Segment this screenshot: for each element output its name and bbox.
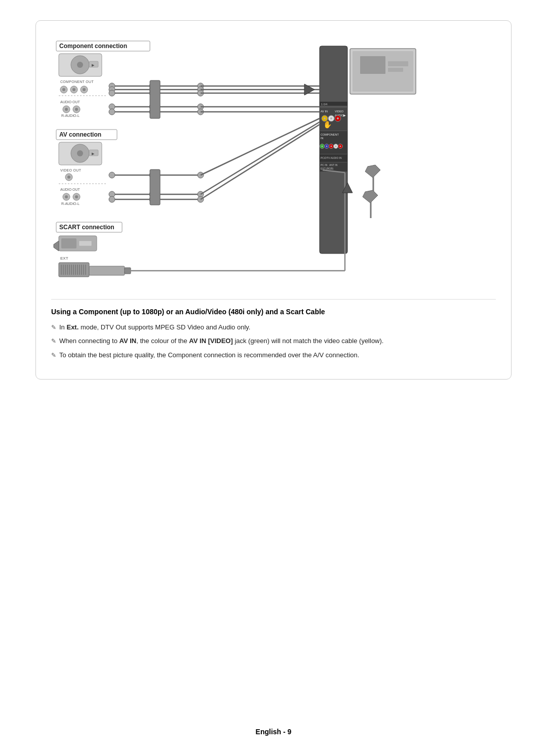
notes-section: Using a Component (up to 1080p) or an Au…: [51, 299, 496, 360]
svg-point-25: [77, 150, 83, 156]
svg-rect-106: [360, 56, 385, 74]
note-icon-1: ✎: [51, 323, 56, 332]
svg-point-88: [109, 172, 115, 178]
svg-point-120: [337, 117, 339, 119]
svg-text:ANT IN: ANT IN: [329, 163, 338, 166]
svg-text:PC IN: PC IN: [321, 163, 328, 166]
svg-text:AV connection: AV connection: [59, 131, 101, 138]
svg-point-11: [72, 88, 75, 91]
svg-text:1 0/4: 1 0/4: [321, 103, 327, 106]
svg-text:IN: IN: [321, 137, 324, 140]
svg-text:AUDIO OUT: AUDIO OUT: [60, 100, 81, 104]
svg-rect-59: [89, 266, 125, 275]
footer-text: English - 9: [256, 728, 292, 736]
svg-text:AUDIO OUT: AUDIO OUT: [60, 188, 81, 191]
svg-point-126: [322, 146, 323, 147]
svg-rect-107: [388, 61, 408, 66]
svg-text:EXT: EXT: [60, 256, 68, 261]
note-item-3: ✎ To obtain the best picture quality, th…: [51, 350, 496, 360]
note-text-2: When connecting to AV IN, the colour of …: [59, 336, 496, 346]
svg-text:VIDEO OUT: VIDEO OUT: [60, 169, 82, 172]
bold-avin-video: AV IN [VIDEO]: [189, 337, 232, 345]
svg-line-147: [201, 118, 320, 175]
svg-text:Component connection: Component connection: [59, 43, 127, 50]
svg-point-116: [324, 117, 326, 119]
svg-rect-76: [150, 80, 160, 118]
footer: English - 9: [256, 718, 292, 736]
main-content-box: Component connection ▶ COMPONENT OUT: [35, 20, 512, 380]
svg-marker-152: [363, 190, 378, 203]
note-icon-2: ✎: [51, 337, 56, 346]
svg-point-36: [75, 195, 78, 198]
note-text-1: In Ext. mode, DTV Out supports MPEG SD V…: [59, 322, 496, 332]
note-heading: Using a Component (up to 1080p) or an Au…: [51, 307, 496, 317]
svg-point-17: [65, 108, 68, 111]
diagram-container: Component connection ▶ COMPONENT OUT: [51, 36, 496, 299]
svg-point-34: [65, 195, 68, 198]
svg-text:COMPONENT OUT: COMPONENT OUT: [60, 80, 94, 83]
svg-marker-150: [365, 165, 380, 178]
svg-text:PC/DTV AUDIO IN: PC/DTV AUDIO IN: [321, 156, 342, 159]
svg-text:VIDEO: VIDEO: [335, 110, 344, 113]
svg-text:R-AUDIO-L: R-AUDIO-L: [61, 114, 80, 117]
svg-point-9: [62, 88, 65, 91]
svg-text:AV IN: AV IN: [321, 110, 328, 113]
svg-text:SCART connection: SCART connection: [59, 224, 114, 231]
svg-point-30: [67, 176, 70, 179]
svg-point-134: [340, 146, 341, 147]
svg-text:EXT (RGB): EXT (RGB): [321, 167, 334, 170]
svg-point-132: [335, 146, 337, 147]
svg-point-130: [331, 146, 332, 147]
bold-avin: AV IN: [120, 337, 137, 345]
svg-rect-41: [61, 238, 76, 248]
note-item-2: ✎ When connecting to AV IN, the colour o…: [51, 336, 496, 346]
svg-text:✋: ✋: [323, 120, 332, 129]
svg-text:COMPONENT: COMPONENT: [321, 133, 339, 136]
svg-text:R-AUDIO-L: R-AUDIO-L: [61, 202, 80, 205]
svg-point-13: [83, 88, 86, 91]
svg-point-68: [109, 90, 115, 96]
svg-line-148: [201, 122, 320, 194]
connection-diagram-svg: Component connection ▶ COMPONENT OUT: [51, 36, 497, 299]
svg-rect-96: [150, 170, 160, 205]
note-icon-3: ✎: [51, 351, 56, 360]
svg-rect-42: [79, 241, 92, 246]
svg-line-149: [201, 124, 320, 199]
bold-ext: Ext.: [66, 323, 79, 331]
svg-point-74: [109, 109, 115, 115]
page-wrapper: Component connection ▶ COMPONENT OUT: [0, 0, 547, 756]
svg-rect-108: [388, 68, 403, 72]
note-text-3: To obtain the best picture quality, the …: [59, 350, 496, 360]
svg-point-94: [109, 196, 115, 202]
note-heading-text: Using a Component (up to 1080p) or an Au…: [51, 308, 325, 316]
note-item-1: ✎ In Ext. mode, DTV Out supports MPEG SD…: [51, 322, 496, 332]
svg-point-19: [75, 108, 78, 111]
svg-point-128: [326, 146, 328, 147]
svg-point-4: [77, 62, 83, 68]
svg-marker-43: [54, 241, 59, 251]
svg-point-118: [330, 117, 332, 119]
